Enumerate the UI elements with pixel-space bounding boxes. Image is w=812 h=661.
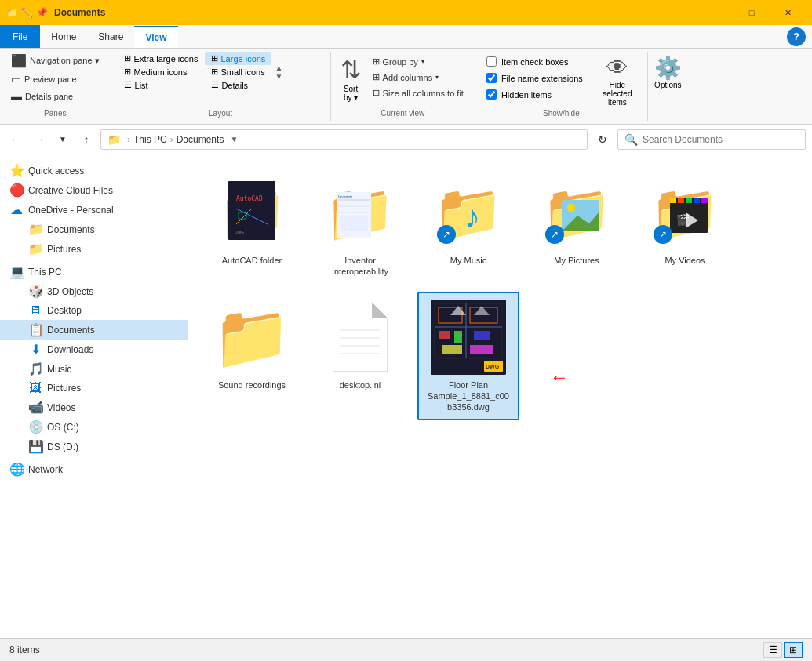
add-columns-button[interactable]: ⊞ Add columns ▾ [368, 71, 468, 84]
sidebar-item-quick-access[interactable]: ⭐ Quick access [0, 161, 188, 180]
extra-large-icons[interactable]: ⊞ Extra large icons [118, 52, 205, 65]
os-c-icon: 💿 [28, 419, 42, 434]
path-dropdown[interactable]: ▼ [230, 135, 238, 143]
refresh-button[interactable]: ↻ [592, 129, 613, 150]
large-icons[interactable]: ⊞ Large icons [205, 52, 272, 65]
svg-rect-38 [442, 345, 462, 354]
music-arrow-icon: ↗ [437, 225, 456, 244]
file-item-my-music[interactable]: 📁 ♪ ↗ My Music [417, 167, 519, 285]
hide-selected-button[interactable]: 👁 Hide selecteditems [594, 52, 641, 107]
address-path[interactable]: 📁 › This PC › Documents ▼ [100, 129, 588, 150]
hidden-items-label: Hidden items [501, 90, 552, 100]
large-icon: ⊞ [211, 53, 218, 64]
forward-button[interactable]: → [30, 130, 49, 149]
navigation-pane-button[interactable]: ⬛ Navigation pane ▾ [6, 52, 104, 70]
item-checkboxes-cb[interactable] [486, 56, 497, 67]
svg-marker-24 [372, 303, 388, 318]
tab-view[interactable]: View [134, 26, 177, 48]
os-c-label: OS (C:) [47, 422, 79, 433]
search-icon: 🔍 [624, 133, 638, 146]
tab-share[interactable]: Share [87, 25, 134, 48]
checkboxes: Item check boxes File name extensions Hi… [482, 52, 588, 107]
this-pc-label: This PC [28, 267, 62, 278]
sidebar-item-downloads[interactable]: ⬇ Downloads [0, 340, 188, 359]
add-columns-icon: ⊞ [373, 72, 380, 82]
add-columns-label: Add columns [383, 73, 433, 82]
details-view-icon: ☰ [211, 80, 219, 90]
size-columns-button[interactable]: ⊟ Size all columns to fit [368, 86, 468, 100]
file-item-autocad[interactable]: 📁 AutoCAD DWG AutoCAD folder [201, 167, 303, 285]
file-item-sound-recordings[interactable]: 📁 Sound recordings [201, 292, 303, 421]
extra-large-icon: ⊞ [124, 53, 131, 64]
sidebar-item-os-c[interactable]: 💿 OS (C:) [0, 417, 188, 437]
medium-label: Medium icons [134, 67, 188, 77]
sidebar-item-documents-od[interactable]: 📁 Documents [0, 220, 188, 239]
layout-scroll[interactable]: ▲▼ [271, 52, 286, 92]
back-button[interactable]: ← [6, 130, 25, 149]
quick-access-icon: ⭐ [9, 163, 24, 178]
my-pictures-name: My Pictures [554, 255, 599, 266]
sidebar-item-ds-d[interactable]: 💾 DS (D:) [0, 437, 188, 456]
sidebar-item-videos[interactable]: 📹 Videos [0, 398, 188, 417]
address-bar: ← → ▼ ↑ 📁 › This PC › Documents ▼ ↻ 🔍 [0, 125, 812, 154]
options-button[interactable]: ⚙️ Options [654, 52, 682, 89]
sidebar-item-pictures-od[interactable]: 📁 Pictures [0, 239, 188, 259]
panes-label: Panes [0, 109, 111, 118]
group-by-label: Group by [383, 57, 418, 67]
small-icons[interactable]: ⊞ Small icons [205, 65, 272, 78]
tab-file[interactable]: File [0, 25, 40, 48]
close-button[interactable]: ✕ [770, 0, 806, 25]
svg-rect-35 [439, 331, 450, 339]
details-view-toggle[interactable]: ☰ [763, 642, 782, 658]
hidden-items-cb[interactable] [486, 89, 497, 100]
extra-large-label: Extra large icons [134, 54, 198, 64]
svg-rect-19 [694, 198, 700, 203]
tab-home[interactable]: Home [40, 25, 87, 48]
minimize-button[interactable]: − [697, 0, 734, 25]
file-item-desktop-ini[interactable]: desktop.ini [309, 292, 411, 421]
medium-icons[interactable]: ⊞ Medium icons [118, 65, 205, 78]
details-view[interactable]: ☰ Details [205, 78, 272, 92]
nav-pane-icon: ⬛ [11, 53, 27, 68]
creative-cloud-icon: 🔴 [9, 183, 24, 198]
sidebar-item-documents[interactable]: 📋 Documents [0, 320, 188, 340]
sidebar-item-network[interactable]: 🌐 Network [0, 459, 188, 479]
preview-pane-button[interactable]: ▭ Preview pane [6, 71, 104, 87]
file-extensions-cb[interactable] [486, 73, 497, 83]
list-view[interactable]: ☰ List [118, 78, 205, 92]
sidebar-item-onedrive[interactable]: ☁ OneDrive - Personal [0, 200, 188, 220]
videos-label: Videos [47, 402, 75, 413]
file-item-my-pictures[interactable]: 📁 ↗ My Pictures [526, 167, 628, 285]
sidebar-item-3d-objects[interactable]: 🎲 3D Objects [0, 281, 188, 301]
sidebar-item-music[interactable]: 🎵 Music [0, 359, 188, 379]
up-button[interactable]: ↑ [77, 130, 96, 149]
file-extensions-row[interactable]: File name extensions [482, 71, 588, 85]
recent-button[interactable]: ▼ [53, 130, 72, 149]
help-button[interactable]: ? [787, 27, 806, 46]
sort-by-button[interactable]: ⇅ Sortby ▾ [337, 52, 365, 105]
sidebar-item-pictures[interactable]: 🖼 Pictures [0, 379, 188, 398]
quick-access-label: Quick access [28, 165, 84, 176]
documents-od-label: Documents [47, 224, 95, 235]
path-separator-2: › [170, 134, 173, 145]
large-icons-toggle[interactable]: ⊞ [784, 642, 803, 658]
sidebar-item-this-pc[interactable]: 💻 This PC [0, 262, 188, 281]
sidebar-item-desktop[interactable]: 🖥 Desktop [0, 301, 188, 320]
item-checkboxes-row[interactable]: Item check boxes [482, 55, 588, 68]
details-pane-button[interactable]: ▬ Details pane [6, 89, 104, 104]
search-input[interactable] [643, 134, 799, 145]
file-item-my-videos[interactable]: 📁 🎬 [634, 167, 736, 285]
sidebar-item-creative-cloud[interactable]: 🔴 Creative Cloud Files [0, 180, 188, 200]
path-this-pc[interactable]: This PC [133, 134, 167, 145]
file-item-floor-plan[interactable]: DWG Floor Plan Sample_1_8881_c00b3356.dw… [417, 292, 519, 421]
path-documents[interactable]: Documents [177, 134, 224, 145]
file-item-inventor[interactable]: 📁 Inventor Inventor Interoperability [309, 167, 411, 285]
hidden-items-row[interactable]: Hidden items [482, 88, 588, 101]
autocad-name: AutoCAD folder [222, 255, 282, 266]
small-icon: ⊞ [211, 67, 218, 77]
maximize-button[interactable]: □ [734, 0, 770, 25]
autocad-thumb: 📁 AutoCAD DWG [214, 175, 289, 250]
search-box[interactable]: 🔍 [617, 129, 806, 150]
group-by-button[interactable]: ⊞ Group by ▾ [368, 55, 468, 68]
panes-group: ⬛ Navigation pane ▾ ▭ Preview pane ▬ Det… [0, 52, 111, 121]
